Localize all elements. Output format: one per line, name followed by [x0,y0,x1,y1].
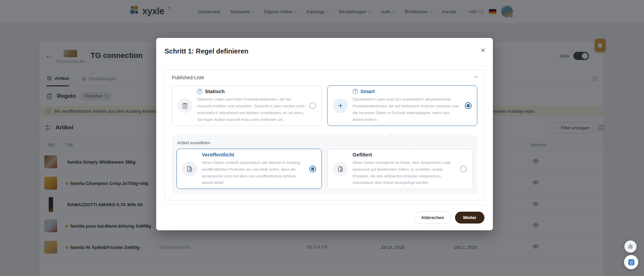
option-name: Veröffentlicht [202,152,234,157]
close-icon[interactable]: ✕ [480,47,485,54]
accordion-header[interactable]: Published-Liste [165,70,484,85]
rule-definition-dialog: Schritt 1: Regel definieren ✕ Published-… [156,38,493,230]
clipboard-icon [177,98,192,113]
option-smart[interactable]: + ? Smart Dynamische Listen sind sich au… [327,85,477,126]
option-text: Veröffentlicht Diese Option schließt aut… [197,152,309,186]
option-statisch[interactable]: ? Statisch Statische Listen sind feste P… [172,85,322,126]
option-description: Diese Option ermöglicht es Ihnen, eine d… [353,161,451,185]
radio-gefiltert[interactable] [460,166,467,172]
cancel-button[interactable]: Abbrechen [414,211,451,224]
plus-icon: + [333,98,348,113]
dialog-title: Schritt 1: Regel definieren [165,47,248,55]
option-description: Dynamische Listen sind sich automatisch … [353,97,459,121]
dialog-footer: Abbrechen Weiter [156,205,493,230]
accordion-title: Published-Liste [172,75,204,80]
next-button[interactable]: Weiter [455,212,485,224]
dialog-header: Schritt 1: Regel definieren ✕ [156,38,493,66]
assistant-widget-button[interactable] [624,240,637,253]
panel-notch [388,132,394,138]
panel-label: Artikel auswählen [177,141,472,145]
option-text: Gefiltert Diese Option ermöglicht es Ihn… [348,152,460,186]
chat-icon [627,258,635,266]
chevron-up-icon [475,76,478,79]
option-description: Statische Listen sind feste Produktkolle… [197,97,305,121]
artikel-auswaehlen-panel: Artikel auswählen Veröffentlicht [172,135,477,194]
list-type-options: ? Statisch Statische Listen sind feste P… [165,85,484,126]
option-text: ? Smart Dynamische Listen sind sich auto… [348,88,465,123]
option-name: Gefiltert [353,152,372,157]
option-name: Statisch [205,88,224,94]
option-name: Smart [360,88,375,94]
radio-statisch[interactable] [309,102,316,109]
option-gefiltert[interactable]: Gefiltert Diese Option ermöglicht es Ihn… [327,149,473,189]
question-circle-icon: ? [353,89,358,94]
published-liste-accordion: Published-Liste ? Statisch [165,69,484,200]
option-description: Diese Option schließt automatisch alle d… [202,161,300,185]
screen: xyxle ™ Dashboard Netzwerk Eigene Artike… [0,0,644,276]
question-circle-icon: ? [197,89,202,94]
robot-icon [627,243,634,250]
chat-widget-button[interactable] [624,255,638,269]
article-selection-options: Veröffentlicht Diese Option schließt aut… [176,149,473,189]
radio-veroeffentlicht[interactable] [309,166,316,172]
option-veroeffentlicht[interactable]: Veröffentlicht Diese Option schließt aut… [176,149,322,189]
radio-smart[interactable] [465,102,472,109]
option-text: ? Statisch Statische Listen sind feste P… [192,88,309,123]
file-gear-icon [333,162,348,176]
file-export-icon [182,162,197,176]
